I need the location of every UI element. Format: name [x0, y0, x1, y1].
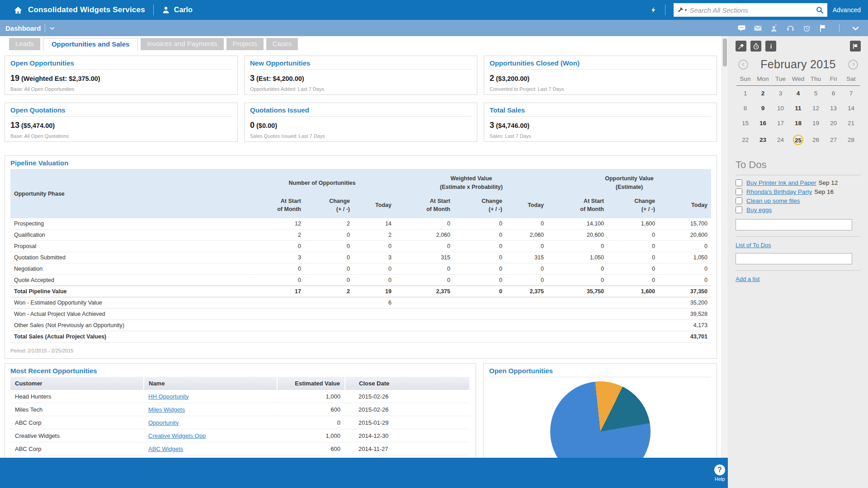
calendar-day[interactable]: 11 [789, 101, 807, 116]
pin-icon[interactable] [736, 41, 746, 52]
calendar-prev-icon[interactable] [738, 60, 748, 70]
breadcrumb[interactable]: Dashboard [5, 24, 41, 32]
calendar-day[interactable]: 26 [807, 131, 825, 149]
cell: 35,200 [659, 297, 711, 309]
pie-panel-title[interactable]: Open Opportunities [489, 367, 711, 377]
stopwatch-icon[interactable] [750, 41, 761, 52]
todo-date: Sep 16 [814, 188, 834, 195]
calendar-day[interactable]: 13 [825, 101, 842, 116]
new-todo-input[interactable] [736, 219, 852, 230]
alarm-icon[interactable] [802, 24, 811, 33]
calendar-day[interactable]: 3 [772, 86, 789, 101]
calendar-day[interactable]: 14 [842, 101, 860, 116]
calendar-day[interactable]: 10 [772, 101, 789, 116]
todo-link[interactable]: Buy Printer Ink and Paper [746, 179, 816, 186]
kpi-title[interactable]: New Opportunities [250, 59, 472, 70]
info-icon[interactable] [765, 41, 776, 52]
global-search[interactable]: ▾ [674, 3, 827, 17]
opportunity-link[interactable]: HH Opportunity [148, 393, 189, 400]
open-opportunities-chart-panel: Open Opportunities [483, 363, 717, 464]
pipeline-title[interactable]: Pipeline Valuation [10, 159, 711, 169]
calendar-day[interactable]: 24 [772, 131, 789, 149]
calendar-day[interactable]: 17 [772, 116, 789, 131]
cell: 0 [354, 241, 395, 252]
kpi-title[interactable]: Open Opportunities [10, 59, 232, 70]
flag-icon[interactable] [819, 24, 827, 33]
todo-link[interactable]: Buy eggs [746, 206, 772, 213]
todo-link[interactable]: Rhonda's Birthday Party [746, 188, 812, 195]
search-input[interactable] [689, 6, 812, 14]
tab-opportunities-and-sales[interactable]: Opportunities and Sales [43, 38, 138, 50]
user-help-icon[interactable]: ? [770, 24, 778, 33]
vertical-scrollbar[interactable] [722, 36, 728, 488]
calendar-day[interactable]: 7 [842, 86, 860, 101]
subbar-chevron-down-icon[interactable] [851, 24, 860, 33]
todo-list-input[interactable] [736, 253, 852, 264]
calendar-day[interactable]: 16 [754, 116, 772, 131]
tab-leads[interactable]: Leads [9, 38, 40, 50]
opportunity-link[interactable]: ABC Widgets [148, 446, 183, 452]
kpi-title[interactable]: Opportunities Closed (Won) [490, 59, 711, 70]
cell: 0 [547, 275, 608, 286]
help-label: Help [714, 476, 725, 482]
recent-title[interactable]: Most Recent Opportunities [10, 367, 470, 377]
calendar-day[interactable]: 8 [736, 101, 754, 116]
tab-invoices-and-payments[interactable]: Invoices and Payments [141, 38, 223, 50]
calendar-day[interactable]: 9 [754, 101, 772, 116]
calendar-day[interactable]: 21 [842, 116, 860, 131]
calendar-day-selected[interactable]: 25 [789, 131, 807, 149]
open-opportunities-pie[interactable] [550, 381, 651, 464]
opportunity-link[interactable]: Miles Widgets [148, 406, 185, 413]
todo-checkbox[interactable] [736, 179, 742, 186]
kpi-title[interactable]: Open Quotations [10, 106, 232, 117]
calendar-day[interactable]: 15 [736, 116, 754, 131]
calendar-day[interactable]: 28 [842, 131, 860, 149]
chat-icon[interactable] [737, 24, 746, 33]
company-name[interactable]: Consolidated Widgets Services [28, 5, 145, 14]
calendar-next-icon[interactable] [848, 60, 858, 70]
calendar-day[interactable]: 6 [825, 86, 842, 101]
opportunity-link[interactable]: Opportunity [148, 419, 179, 426]
todo-checkbox[interactable] [736, 197, 742, 204]
todo-link[interactable]: Clean up some files [746, 197, 800, 204]
list-of-todos-link[interactable]: List of To Dos [736, 242, 771, 249]
cell: 6 [354, 297, 395, 309]
calendar-day[interactable]: 4 [789, 86, 807, 101]
calendar-day[interactable]: 1 [736, 86, 754, 101]
calendar-day[interactable]: 19 [807, 116, 825, 131]
todo-checkbox[interactable] [736, 206, 742, 213]
search-scope-tool-icon[interactable] [677, 6, 684, 14]
todo-checkbox[interactable] [736, 188, 742, 195]
add-a-list-link[interactable]: Add a list [736, 276, 760, 282]
calendar-day[interactable]: 22 [736, 131, 754, 149]
cell: 1,600 [608, 286, 659, 297]
search-icon[interactable] [816, 6, 824, 14]
kpi-title[interactable]: Total Sales [490, 106, 711, 117]
lightning-icon[interactable] [650, 5, 657, 15]
help-button[interactable]: ? Help [714, 465, 725, 482]
calendar-day[interactable]: 12 [807, 101, 825, 116]
calendar-day[interactable]: 18 [789, 116, 807, 131]
calendar-day[interactable]: 27 [825, 131, 842, 149]
calendar-day[interactable]: 23 [754, 131, 772, 149]
current-user[interactable]: Carlo [174, 6, 193, 14]
breadcrumb-divider [45, 24, 45, 32]
headset-icon[interactable] [786, 24, 795, 33]
tab-projects[interactable]: Projects [226, 38, 264, 50]
mail-icon[interactable] [754, 24, 762, 33]
calendar-day[interactable]: 2 [754, 86, 772, 101]
tab-cases[interactable]: Cases [266, 38, 298, 50]
scrollbar-thumb[interactable] [723, 38, 727, 66]
opportunity-link[interactable]: Creative Widgets Opp [148, 432, 206, 439]
home-icon[interactable] [14, 6, 23, 14]
kpi-opportunities-closed-won: Opportunities Closed (Won) 2($3,200.00) … [484, 56, 717, 95]
kpi-title[interactable]: Quotations Issued [250, 106, 472, 117]
kpi-detail: ($0.00) [256, 122, 277, 129]
content-area: Leads Opportunities and Sales Invoices a… [0, 36, 722, 488]
calendar-day[interactable]: 20 [825, 116, 842, 131]
search-scope-caret-icon[interactable]: ▾ [685, 8, 687, 12]
advanced-search-link[interactable]: Advanced [833, 6, 861, 14]
calendar-day[interactable]: 5 [807, 86, 825, 101]
dashboard-chevron-down-icon[interactable] [49, 25, 55, 31]
sidebar-toggle-icon[interactable] [850, 41, 861, 52]
